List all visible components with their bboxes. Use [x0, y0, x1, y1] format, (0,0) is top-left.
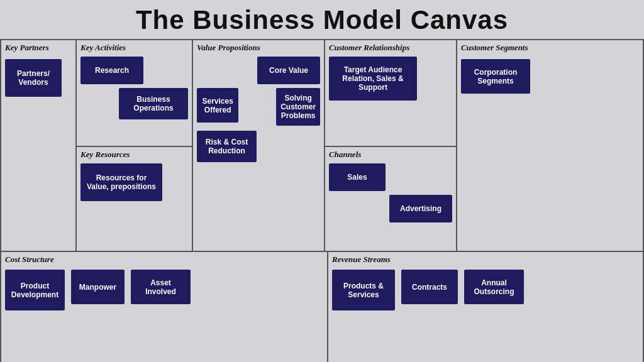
customer-rel-col: Customer Relationships Target Audience R…: [325, 40, 457, 251]
key-activities-label: Key Activities: [80, 43, 188, 53]
sales-box: Sales: [329, 163, 386, 191]
channels-section: Channels Sales Advertising: [325, 147, 456, 225]
customer-segments-label: Customer Segments: [461, 43, 639, 53]
business-operations-box: Business Operations: [119, 88, 188, 119]
value-props-section: Value Propositions Core Value Services O…: [193, 40, 325, 251]
customer-relationships-label: Customer Relationships: [329, 43, 452, 53]
risk-cost-reduction-box: Risk & Cost Reduction: [197, 131, 257, 162]
key-activities-section: Key Activities Research Business Operati…: [77, 40, 192, 147]
contracts-box: Contracts: [401, 270, 458, 304]
customer-segments-section: Customer Segments Corporation Segments: [457, 40, 643, 251]
value-props-label: Value Propositions: [197, 43, 320, 53]
cost-structure-section: Cost Structure Product Development Manpo…: [1, 252, 328, 362]
core-value-box: Core Value: [257, 57, 320, 84]
resources-box: Resources for Value, prepositions: [80, 163, 162, 201]
products-services-box: Products & Services: [332, 270, 395, 310]
customer-relationships-section: Customer Relationships Target Audience R…: [325, 40, 456, 147]
solving-customer-problems-box: Solving Customer Problems: [276, 88, 320, 126]
key-resources-label: Key Resources: [80, 150, 188, 160]
research-box: Research: [80, 57, 143, 84]
revenue-streams-label: Revenue Streams: [332, 255, 639, 265]
target-audience-box: Target Audience Relation, Sales & Suppor…: [329, 57, 417, 101]
top-row: Key Partners Partners/ Vendors Key Activ…: [1, 40, 643, 252]
advertising-box: Advertising: [389, 195, 452, 222]
services-offered-box: Services Offered: [197, 88, 238, 123]
product-development-box: Product Development: [5, 270, 65, 310]
revenue-streams-section: Revenue Streams Products & Services Cont…: [328, 252, 643, 362]
bottom-row: Cost Structure Product Development Manpo…: [1, 252, 643, 362]
manpower-box: Manpower: [71, 270, 125, 304]
asset-involved-box: Asset Involved: [131, 270, 191, 304]
page-title: The Business Model Canvas: [0, 0, 644, 39]
annual-outsorcing-box: Annual Outsorcing: [464, 270, 524, 304]
key-resources-section: Key Resources Resources for Value, prepo…: [77, 147, 192, 204]
key-activities-col: Key Activities Research Business Operati…: [77, 40, 193, 251]
cost-structure-label: Cost Structure: [5, 255, 323, 265]
partners-vendors-box: Partners/ Vendors: [5, 59, 62, 97]
key-partners-section: Key Partners Partners/ Vendors: [1, 40, 77, 251]
corporation-segments-box: Corporation Segments: [461, 59, 530, 94]
key-partners-label: Key Partners: [5, 43, 72, 53]
channels-label: Channels: [329, 150, 452, 160]
